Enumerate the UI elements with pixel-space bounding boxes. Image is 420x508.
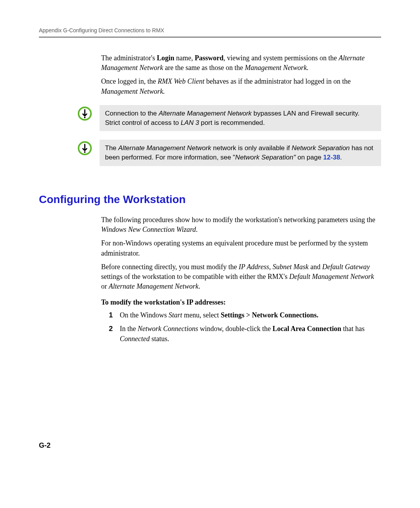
text: are the same as those on the [163, 64, 245, 72]
text-italic: Alternate Management Network [118, 144, 211, 152]
intro-paragraph-1: The administrator's Login name, Password… [101, 53, 381, 73]
text: . [196, 226, 198, 233]
text: , viewing and system permissions on the [224, 54, 339, 62]
text-italic: IP Address [239, 263, 269, 271]
text: or [101, 282, 109, 290]
text: name, [174, 54, 194, 62]
text-bold: Local Area Connection [273, 325, 341, 333]
text: menu, select [182, 311, 220, 319]
section-heading: Configuring the Workstation [39, 193, 381, 206]
text-italic: Alternate Management Network [159, 110, 252, 117]
text: behaves as if the administrator had logg… [205, 77, 351, 85]
step-text: In the Network Connections window, doubl… [120, 324, 381, 343]
text: The following procedures show how to mod… [101, 216, 375, 224]
text: On the Windows [120, 311, 168, 319]
text-bold: Settings > Network Connections. [220, 311, 318, 319]
text-italic: Alternate Management Network [109, 282, 199, 290]
text: . [198, 282, 200, 290]
body-paragraph: The following procedures show how to mod… [101, 215, 381, 235]
text-italic: Connected [120, 335, 150, 343]
text: window, double-click the [198, 325, 273, 333]
running-header: Appendix G-Configuring Direct Connection… [39, 27, 381, 33]
step-number: 2 [109, 324, 113, 343]
note-box: Connection to the Alternate Management N… [100, 105, 381, 131]
text: status. [150, 335, 169, 343]
text-italic: Network Separation [292, 144, 350, 152]
info-icon [78, 141, 92, 155]
intro-paragraph-2: Once logged in, the RMX Web Client behav… [101, 77, 381, 96]
text: and [308, 263, 322, 271]
text-bold: Password [195, 54, 224, 62]
text: , [269, 263, 273, 271]
text-italic: Default Gateway [322, 263, 369, 271]
text-italic: Management Network. [245, 64, 308, 72]
info-icon [78, 107, 92, 121]
intro-block: The administrator's Login name, Password… [101, 53, 381, 96]
text-italic: Management Network. [101, 88, 165, 95]
section-body: The following procedures show how to mod… [101, 215, 381, 344]
text: In the [120, 325, 138, 333]
text-italic: Start [168, 311, 182, 319]
text: . [340, 154, 342, 161]
body-paragraph: For non-Windows operating systems an equ… [101, 238, 381, 258]
note-1: Connection to the Alternate Management N… [78, 105, 381, 131]
text-italic: Subnet Mask [273, 263, 308, 271]
step-number: 1 [109, 310, 113, 320]
svg-point-1 [84, 117, 86, 118]
text-bold: Login [157, 54, 174, 62]
text: The [105, 144, 118, 152]
text: Before connecting directly, you must mod… [101, 263, 239, 271]
svg-point-3 [84, 151, 86, 153]
step-2: 2 In the Network Connections window, dou… [109, 324, 381, 343]
step-text: On the Windows Start menu, select Settin… [120, 310, 318, 320]
note-box: The Alternate Management Network network… [100, 140, 381, 166]
step-1: 1 On the Windows Start menu, select Sett… [109, 310, 381, 320]
text-italic: Network Separation" [235, 154, 296, 161]
text-italic: Network Connections [138, 325, 198, 333]
text-italic: LAN 3 [181, 119, 199, 126]
text: Once logged in, the [101, 77, 158, 85]
text: network is only available if [211, 144, 292, 152]
note-2: The Alternate Management Network network… [78, 140, 381, 166]
text-italic: Windows New Connection Wizard [101, 226, 196, 233]
text: port is recommended. [199, 119, 265, 126]
text-italic: Default Management Network [289, 273, 374, 280]
procedure-heading: To modify the workstation's IP addresses… [101, 298, 381, 307]
text: on page [296, 154, 323, 161]
header-rule [39, 37, 381, 38]
text: that has [341, 325, 364, 333]
page: Appendix G-Configuring Direct Connection… [0, 0, 420, 508]
body-paragraph: Before connecting directly, you must mod… [101, 262, 381, 292]
text: settings of the workstation to be compat… [101, 273, 289, 280]
text: Connection to the [105, 110, 159, 117]
page-link[interactable]: 12-38 [323, 154, 340, 161]
page-number: G-2 [39, 441, 51, 450]
text-italic: RMX Web Client [158, 77, 204, 85]
text: The administrator's [101, 54, 157, 62]
